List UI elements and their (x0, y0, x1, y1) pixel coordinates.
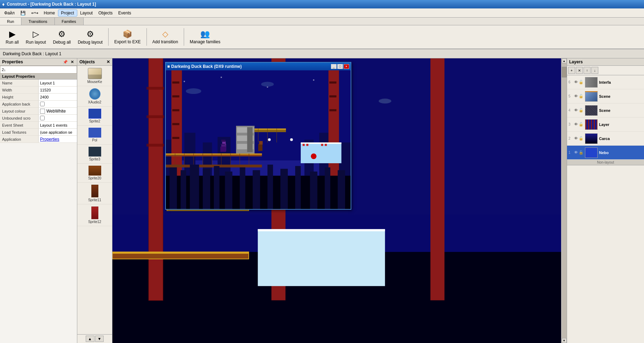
layer-row-3[interactable]: 3 👁 🔓 Layer (567, 117, 644, 132)
prop-value-layout-colour[interactable]: WebWhite (39, 108, 77, 114)
layer-3-thumb (585, 119, 598, 130)
prop-value-name[interactable]: Layout 1 (39, 80, 77, 86)
prop-row-load-textures: Load Textures (use application se (0, 129, 77, 136)
prop-value-app-back[interactable] (39, 101, 77, 107)
svg-rect-18 (112, 252, 249, 254)
layer-1-eye[interactable]: 👁 (574, 150, 578, 155)
layer-2-thumb (585, 133, 598, 144)
prop-label-name: Name (0, 80, 39, 86)
run-all-button[interactable]: ▶ Run all (3, 28, 21, 46)
menu-file[interactable]: Файл (1, 10, 18, 16)
scrollbar-down-button[interactable]: ▼ (562, 338, 567, 343)
game-window-minimize[interactable]: _ (331, 64, 337, 69)
prop-row-width: Width 11520 (0, 87, 77, 94)
prop-label-app-back: Application back (0, 101, 39, 107)
menu-events[interactable]: Events (116, 10, 134, 16)
game-canvas-svg (166, 70, 351, 209)
scrollbar-track[interactable] (562, 63, 567, 338)
tab-run[interactable]: Run (0, 18, 21, 25)
debug-layout-button[interactable]: ⚙ Debug layout (75, 28, 105, 46)
layer-2-eye[interactable]: 👁 (574, 136, 578, 141)
layer-5-eye[interactable]: 👁 (574, 94, 578, 99)
layer-1-lock[interactable]: 🔓 (579, 150, 584, 155)
layer-row-2[interactable]: 2 👁 🔓 Carca (567, 132, 644, 146)
prop-value-load-textures[interactable]: (use application se (39, 129, 77, 135)
object-mousekey[interactable]: MouseKe (77, 66, 112, 86)
object-sprite20[interactable]: Sprite20 (77, 164, 112, 183)
add-transition-button[interactable]: ◇ Add transition (150, 28, 181, 46)
layer-3-lock[interactable]: 🔓 (579, 122, 584, 127)
object-sprite12[interactable]: Sprite12 (77, 204, 112, 226)
unbounded-scroll-checkbox[interactable] (40, 116, 45, 120)
prop-value-event-sheet[interactable]: Layout 1 events (39, 122, 77, 128)
svg-rect-48 (328, 70, 339, 181)
menu-project[interactable]: Project (58, 9, 77, 17)
scrollbar-thumb[interactable] (562, 67, 567, 77)
prop-value-unbounded[interactable] (39, 115, 77, 121)
game-window-maximize[interactable]: □ (337, 64, 343, 69)
layer-4-lock[interactable]: 🔓 (579, 108, 584, 113)
layers-add-button[interactable]: + (568, 67, 575, 74)
objects-next-button[interactable]: ▼ (95, 336, 104, 342)
manage-families-button[interactable]: 👥 Manage families (187, 28, 223, 46)
layer-2-lock[interactable]: 🔓 (579, 136, 584, 141)
app-back-checkbox[interactable] (40, 102, 45, 106)
menu-objects[interactable]: Objects (96, 10, 116, 16)
layer-num-3: 3 (568, 122, 573, 126)
properties-search-input[interactable] (0, 66, 77, 74)
layer-4-eye[interactable]: 👁 (574, 108, 578, 113)
object-sprite11[interactable]: Sprite11 (77, 183, 112, 204)
svg-point-30 (313, 80, 314, 81)
object-pol[interactable]: Pol (77, 126, 112, 145)
menu-home[interactable]: Home (41, 10, 58, 16)
menu-save[interactable]: 💾 (18, 10, 28, 16)
sprite3-icon (89, 147, 101, 157)
layer-row-5[interactable]: 5 👁 🔓 Scene (567, 89, 644, 103)
scrollbar-up-button[interactable]: ▲ (562, 58, 567, 63)
layers-move-up-button[interactable]: ↑ (584, 67, 591, 74)
objects-prev-button[interactable]: ▲ (86, 336, 95, 342)
svg-point-98 (311, 153, 317, 159)
svg-rect-87 (203, 169, 210, 209)
game-window-title-text: Darkwing Duck Back (DX9 runtime) (171, 64, 242, 69)
layer-3-eye[interactable]: 👁 (574, 122, 578, 127)
svg-rect-84 (170, 167, 177, 209)
layout-colour-swatch[interactable] (40, 109, 45, 114)
object-sprite3[interactable]: Sprite3 (77, 145, 112, 164)
layer-5-lock[interactable]: 🔓 (579, 94, 584, 99)
canvas-vertical-scrollbar[interactable]: ▲ ▼ (561, 58, 567, 343)
game-window[interactable]: ■ Darkwing Duck Back (DX9 runtime) _ □ ✕ (165, 62, 351, 210)
prop-value-height[interactable]: 2400 (39, 94, 77, 100)
tab-transitions[interactable]: Transitions (21, 18, 54, 25)
debug-all-button[interactable]: ⚙ Debug all (50, 28, 74, 46)
game-window-close[interactable]: ✕ (344, 64, 349, 69)
export-exe-button[interactable]: 📦 Export to EXE (111, 28, 143, 46)
layers-delete-button[interactable]: ✕ (576, 67, 583, 74)
layer-6-eye[interactable]: 👁 (574, 80, 578, 84)
prop-row-app-back: Application back (0, 101, 77, 108)
svg-rect-79 (221, 140, 226, 142)
tab-families[interactable]: Families (55, 18, 84, 25)
toolbar-separator-1 (108, 28, 109, 46)
svg-rect-99 (303, 144, 305, 146)
layer-row-6[interactable]: 6 👁 🔓 Interfa (567, 75, 644, 89)
layers-move-down-button[interactable]: ↓ (591, 67, 598, 74)
properties-close-button[interactable]: ✕ (70, 60, 75, 64)
layer-row-1[interactable]: 1 👁 🔓 Nebo (567, 146, 644, 160)
object-xaudio2[interactable]: XAudio2 (77, 86, 112, 107)
run-layout-button[interactable]: ▷ Run layout (23, 28, 48, 46)
menu-undoredo[interactable]: ↩↪ (28, 10, 41, 16)
layer-6-lock[interactable]: 🔓 (579, 80, 584, 84)
object-sprite2[interactable]: Sprite2 (77, 107, 112, 126)
menu-layout[interactable]: Layout (77, 10, 96, 16)
manage-families-icon: 👥 (200, 30, 210, 39)
objects-close-button[interactable]: ✕ (106, 59, 110, 64)
application-properties-link[interactable]: Properties (40, 137, 59, 142)
canvas-area[interactable]: ■ Darkwing Duck Back (DX9 runtime) _ □ ✕ (112, 58, 567, 343)
add-transition-label: Add transition (152, 39, 178, 44)
properties-pin-button[interactable]: 📌 (62, 60, 69, 64)
prop-value-application[interactable]: Properties (39, 136, 77, 142)
prop-value-width[interactable]: 11520 (39, 87, 77, 93)
objects-scroll[interactable]: MouseKe XAudio2 Sprite2 Pol Sprite3 Spri (77, 66, 112, 334)
layer-row-4[interactable]: 4 👁 🔓 Scene (567, 103, 644, 117)
